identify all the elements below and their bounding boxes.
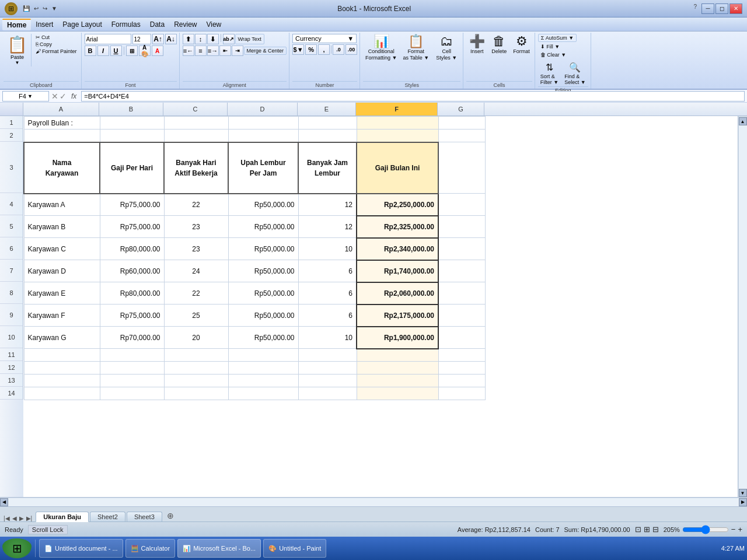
cell-styles-btn[interactable]: 🗂 CellStyles ▼ (432, 34, 460, 62)
cell-C2[interactable] (164, 130, 228, 142)
cell-C5[interactable]: 23 (164, 216, 228, 238)
sheet-tab-ukuran-baju[interactable]: Ukuran Baju (36, 512, 89, 522)
cell-A12[interactable] (24, 362, 100, 374)
scroll-left-btn[interactable]: ◀ (0, 498, 8, 506)
increase-indent-btn[interactable]: ⇥ (232, 46, 243, 56)
cell-E5[interactable]: 12 (298, 216, 357, 238)
cell-F6[interactable]: Rp2,340,000.00 (357, 238, 438, 260)
cut-btn[interactable]: ✂ Cut (34, 34, 79, 41)
row-num-11[interactable]: 11 (0, 348, 23, 361)
cell-F10[interactable]: Rp1,900,000.00 (357, 327, 438, 349)
cell-A7[interactable]: Karyawan D (24, 260, 100, 282)
cell-A4[interactable]: Karyawan A (24, 194, 100, 216)
row-num-2[interactable]: 2 (0, 129, 23, 142)
autosum-btn[interactable]: Σ AutoSum ▼ (538, 34, 577, 42)
italic-btn[interactable]: I (97, 46, 109, 56)
col-header-E[interactable]: E (298, 103, 356, 116)
format-table-btn[interactable]: 📋 Formatas Table ▼ (400, 34, 431, 62)
cell-B3[interactable]: Gaji Per Hari (100, 142, 164, 194)
sheet-prev-btn[interactable]: ◀ (11, 515, 18, 522)
save-quick-btn[interactable]: 💾 (22, 5, 31, 12)
row-num-4[interactable]: 4 (0, 193, 23, 215)
currency-btn[interactable]: $▼ (292, 44, 304, 55)
help-btn[interactable]: ? (690, 4, 700, 14)
cell-A2[interactable] (24, 130, 100, 142)
cell-B14[interactable] (100, 387, 164, 400)
align-center-btn[interactable]: ≡ (195, 46, 207, 56)
sort-filter-btn[interactable]: ⇅ Sort &Filter ▼ (538, 61, 561, 86)
cell-D6[interactable]: Rp50,000.00 (228, 238, 298, 260)
cell-G3[interactable] (438, 142, 485, 194)
cell-A3[interactable]: NamaKaryawan (24, 142, 100, 194)
cell-D8[interactable]: Rp50,000.00 (228, 282, 298, 304)
cell-D14[interactable] (228, 387, 298, 400)
view-normal-btn[interactable]: ⊡ (635, 525, 641, 534)
view-pagebreak-btn[interactable]: ⊟ (652, 525, 659, 534)
col-header-F[interactable]: F (356, 103, 438, 116)
row-num-7[interactable]: 7 (0, 260, 23, 282)
add-sheet-btn[interactable]: ⊕ (163, 510, 177, 522)
font-name-input[interactable] (85, 34, 131, 44)
menu-formulas[interactable]: Formulas (107, 19, 145, 30)
menu-review[interactable]: Review (169, 19, 201, 30)
cell-F13[interactable] (357, 374, 438, 387)
align-middle-btn[interactable]: ↕ (195, 34, 207, 44)
merge-center-btn[interactable]: Merge & Center (244, 47, 287, 55)
cell-F4[interactable]: Rp2,250,000.00 (357, 194, 438, 216)
cell-D1[interactable] (228, 117, 298, 130)
col-header-D[interactable]: D (228, 103, 298, 116)
row-num-6[interactable]: 6 (0, 237, 23, 260)
vertical-scrollbar[interactable]: ▲ ▼ (738, 116, 747, 497)
cell-A8[interactable]: Karyawan E (24, 282, 100, 304)
align-bottom-btn[interactable]: ⬇ (207, 34, 219, 44)
wrap-text-btn[interactable]: Wrap Text (235, 34, 264, 44)
cell-E13[interactable] (298, 374, 357, 387)
increase-decimal-btn[interactable]: .00 (345, 44, 357, 55)
cell-E8[interactable]: 6 (298, 282, 357, 304)
restore-btn[interactable]: ◻ (715, 4, 728, 14)
comma-btn[interactable]: , (318, 44, 330, 55)
cell-C9[interactable]: 25 (164, 304, 228, 327)
cell-B1[interactable] (100, 117, 164, 130)
border-btn[interactable]: ⊞ (126, 46, 138, 56)
underline-btn[interactable]: U (110, 46, 122, 56)
align-left-btn[interactable]: ≡← (183, 46, 194, 56)
cell-D2[interactable] (228, 130, 298, 142)
format-painter-btn[interactable]: 🖌 Format Painter (34, 48, 79, 55)
sheet-tab-sheet3[interactable]: Sheet3 (127, 512, 162, 522)
clear-btn[interactable]: 🗑 Clear ▼ (538, 51, 568, 58)
cell-C3[interactable]: Banyak HariAktif Bekerja (164, 142, 228, 194)
cell-B10[interactable]: Rp70,000.00 (100, 327, 164, 349)
col-header-B[interactable]: B (99, 103, 163, 116)
formula-content[interactable]: =B4*C4+D4*E4 (81, 91, 745, 102)
paste-btn[interactable]: 📋 Paste ▼ (4, 34, 32, 66)
cell-C13[interactable] (164, 374, 228, 387)
conditional-formatting-btn[interactable]: 📊 ConditionalFormatting ▼ (363, 34, 399, 62)
zoom-control[interactable]: ⊡ ⊞ ⊟ 205% − + (635, 525, 742, 534)
row-num-8[interactable]: 8 (0, 282, 23, 304)
menu-insert[interactable]: Insert (31, 19, 58, 30)
zoom-out-btn[interactable]: − (731, 525, 736, 534)
fill-btn[interactable]: ⬇ Fill ▼ (538, 43, 562, 50)
scroll-track[interactable] (739, 125, 747, 489)
row-num-5[interactable]: 5 (0, 215, 23, 237)
cell-G1[interactable] (438, 117, 485, 130)
taskbar-untitled-doc[interactable]: 📄 Untitled document - ... (39, 539, 123, 558)
cell-E6[interactable]: 10 (298, 238, 357, 260)
cell-C8[interactable]: 22 (164, 282, 228, 304)
cell-C11[interactable] (164, 349, 228, 362)
menu-home[interactable]: Home (2, 19, 31, 30)
cell-F7[interactable]: Rp1,740,000.00 (357, 260, 438, 282)
confirm-formula-btn[interactable]: ✓ (60, 92, 67, 101)
delete-btn[interactable]: 🗑 Delete (488, 34, 509, 56)
cell-B4[interactable]: Rp75,000.00 (100, 194, 164, 216)
number-format-dropdown[interactable]: Currency ▼ (292, 34, 357, 43)
cell-D7[interactable]: Rp50,000.00 (228, 260, 298, 282)
bold-btn[interactable]: B (85, 46, 96, 56)
font-grow-btn[interactable]: A↑ (152, 34, 164, 44)
cell-B5[interactable]: Rp75,000.00 (100, 216, 164, 238)
cell-A6[interactable]: Karyawan C (24, 238, 100, 260)
cell-F8[interactable]: Rp2,060,000.00 (357, 282, 438, 304)
scroll-up-btn[interactable]: ▲ (739, 117, 747, 125)
minimize-btn[interactable]: ─ (701, 4, 714, 14)
